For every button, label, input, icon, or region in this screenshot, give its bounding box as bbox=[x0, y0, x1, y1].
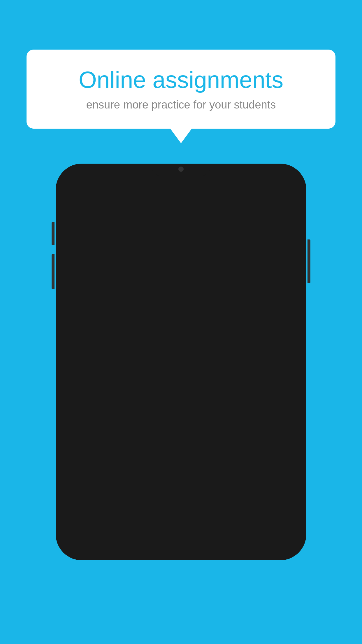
assignment-item-gravitation[interactable]: Gravitation 0/6 Submitted by Anurag 🕐 10… bbox=[61, 346, 301, 391]
tab-announcements[interactable]: ANNOUNCEM bbox=[241, 218, 301, 238]
assignment-item-optics[interactable]: Optics 0/6 Submitted by Anurag bbox=[61, 407, 301, 442]
back-button[interactable]: ← bbox=[70, 195, 81, 208]
submitted-badge: 0/6 Submitted bbox=[253, 353, 292, 360]
svg-rect-3 bbox=[87, 295, 98, 297]
wifi-icon: ▾ bbox=[274, 175, 277, 183]
svg-rect-2 bbox=[87, 293, 98, 294]
calendar-icon: 📅 bbox=[115, 376, 123, 384]
status-icons: ▾ ▴ ▮ bbox=[274, 175, 290, 183]
batch-owner-label: Owner bbox=[141, 203, 223, 211]
tab-assignments[interactable]: ASSIGNMENTS bbox=[181, 218, 241, 238]
search-placeholder: Search bbox=[89, 247, 113, 256]
header-center: Physics Batch 12 Owner bbox=[141, 192, 223, 211]
status-bar: 14:29 ▾ ▴ ▮ bbox=[61, 169, 301, 186]
notebook-icon bbox=[80, 284, 106, 311]
power-button bbox=[307, 239, 310, 283]
assignment-meta: 🕐 10:45 AM 📅 Jul 07, 2019 bbox=[70, 376, 292, 384]
submitted-badge-optics: 0/6 Submitted bbox=[253, 414, 292, 422]
month-separator-jul: JUL 2019 bbox=[61, 330, 301, 346]
bubble-title: Online assignments bbox=[47, 67, 315, 93]
clock-icon: 🕐 bbox=[70, 376, 78, 384]
tabs-bar: IEW STUDENTS ASSIGNMENTS ANNOUNCEM bbox=[61, 218, 301, 238]
notebook-icon-circle bbox=[68, 273, 118, 322]
tab-students[interactable]: STUDENTS bbox=[121, 218, 181, 238]
month-separator-jun: JUN 2019 bbox=[61, 391, 301, 407]
assignment-date: 📅 Jul 07, 2019 bbox=[115, 376, 162, 384]
info-section: You can add assignment(s) from here and … bbox=[61, 266, 301, 330]
signal-icon: ▴ bbox=[280, 175, 284, 183]
volume-down-button bbox=[52, 254, 55, 289]
add-assignment-button[interactable]: Add Assignment bbox=[125, 301, 294, 321]
assignment-time: 🕐 10:45 AM bbox=[70, 376, 108, 384]
assignment-name: Gravitation bbox=[70, 353, 119, 364]
assignment-name-optics: Optics bbox=[70, 414, 99, 425]
info-text-block: You can add assignment(s) from here and … bbox=[125, 274, 294, 321]
tab-iew[interactable]: IEW bbox=[61, 218, 121, 238]
assignment-by-optics: by Anurag bbox=[70, 427, 292, 435]
info-description: You can add assignment(s) from here and … bbox=[125, 274, 294, 296]
svg-rect-1 bbox=[83, 287, 86, 307]
bubble-subtitle: ensure more practice for your students bbox=[47, 99, 315, 111]
app-header: ← Physics Batch 12 Owner ⚙ bbox=[61, 186, 301, 218]
phone-device: 14:29 ▾ ▴ ▮ ← Physics Batch 12 Owner ⚙ I… bbox=[56, 164, 306, 560]
settings-button[interactable]: ⚙ bbox=[283, 196, 292, 207]
search-bar[interactable]: 🔍 Search bbox=[68, 243, 294, 261]
battery-icon: ▮ bbox=[287, 175, 290, 183]
search-container: 🔍 Search bbox=[61, 238, 301, 266]
phone-screen: 14:29 ▾ ▴ ▮ ← Physics Batch 12 Owner ⚙ I… bbox=[61, 169, 301, 554]
batch-title: Physics Batch 12 bbox=[141, 192, 223, 203]
assignment-by: by Anurag bbox=[70, 365, 292, 374]
search-icon: 🔍 bbox=[75, 247, 85, 257]
speech-bubble-card: Online assignments ensure more practice … bbox=[27, 50, 335, 129]
volume-up-button bbox=[52, 222, 55, 245]
status-time: 14:29 bbox=[72, 175, 91, 184]
